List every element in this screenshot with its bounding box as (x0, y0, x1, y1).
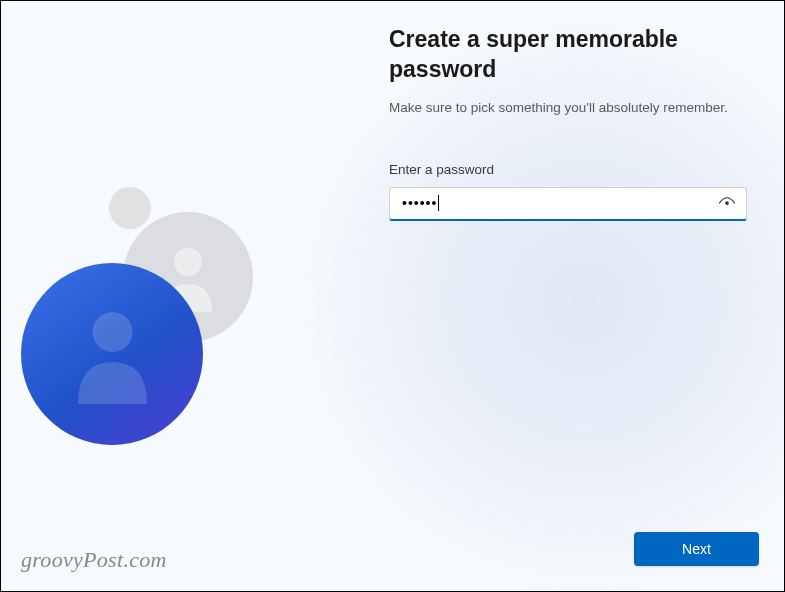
password-input[interactable]: •••••• (389, 187, 747, 221)
text-cursor (438, 195, 439, 211)
page-subtitle: Make sure to pick something you'll absol… (389, 99, 749, 118)
next-button[interactable]: Next (634, 532, 759, 566)
watermark-text: groovyPost.com (21, 547, 167, 573)
reveal-password-icon[interactable] (718, 194, 736, 212)
password-value-masked: •••••• (402, 195, 437, 211)
person-icon (70, 304, 155, 404)
illustration-panel (1, 1, 341, 591)
avatar-primary (21, 263, 203, 445)
decorative-circle (109, 187, 151, 229)
svg-point-0 (174, 248, 202, 276)
password-field-label: Enter a password (389, 162, 749, 177)
page-title: Create a super memorable password (389, 25, 749, 85)
svg-point-1 (92, 312, 132, 352)
svg-point-2 (725, 201, 729, 205)
main-content: Create a super memorable password Make s… (389, 25, 749, 221)
